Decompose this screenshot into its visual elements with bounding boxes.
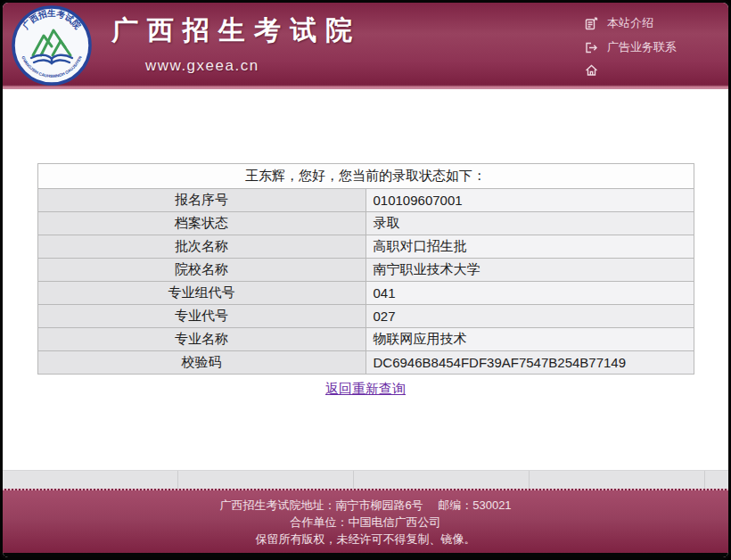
footer-address-line: 广西招生考试院地址：南宁市柳园路6号 邮编：530021 [3, 497, 728, 514]
row-value: 041 [366, 282, 694, 305]
header-menu: 本站介绍 广告业务联系 [585, 15, 677, 77]
table-row: 批次名称 高职对口招生批 [37, 235, 694, 259]
row-label: 报名序号 [37, 189, 366, 212]
row-label: 专业组代号 [37, 282, 366, 305]
site-header: 广西招生考试院 GVANGJSIH CAUHSWNGH GAUJSIYEN 广西… [3, 3, 728, 85]
table-row: 专业名称 物联网应用技术 [37, 328, 694, 351]
bottom-black-bar [3, 553, 728, 557]
row-value: 高职对口招生批 [366, 235, 694, 259]
menu-item-home[interactable] [585, 63, 677, 77]
table-row: 校验码 DC6946B8454FDF39AF7547B254B77149 [37, 351, 694, 375]
menu-item-label: 广告业务联系 [607, 39, 677, 55]
menu-item-site-intro[interactable]: 本站介绍 [585, 15, 677, 31]
row-value: 物联网应用技术 [366, 328, 694, 351]
back-link-wrap: 返回重新查询 [3, 381, 728, 398]
prefooter-gray-band [3, 470, 728, 489]
greeting-row: 王东辉，您好，您当前的录取状态如下： [37, 164, 694, 189]
row-label: 校验码 [37, 351, 366, 375]
home-icon [585, 63, 598, 77]
row-value: 录取 [366, 212, 694, 235]
table-row: 专业组代号 041 [37, 282, 694, 305]
row-value: 南宁职业技术大学 [366, 259, 694, 282]
greeting-text: 王东辉，您好，您当前的录取状态如下： [37, 164, 694, 189]
page-intro-icon [585, 17, 598, 30]
export-arrow-icon [585, 41, 598, 54]
admission-status-table: 王东辉，您好，您当前的录取状态如下： 报名序号 010109607001 档案状… [37, 163, 694, 375]
site-title-block: 广西招生考试院 www.gxeea.cn [111, 12, 361, 75]
footer-copyright-line: 保留所有版权，未经许可不得复制、镜像。 [3, 531, 728, 548]
footer-partner-line: 合作单位：中国电信广西公司 [3, 514, 728, 531]
site-logo-emblem[interactable]: 广西招生考试院 GVANGJSIH CAUHSWNGH GAUJSIYEN [12, 5, 92, 86]
table-row: 报名序号 010109607001 [37, 189, 694, 212]
table-row: 档案状态 录取 [37, 212, 694, 235]
row-label: 专业代号 [37, 305, 366, 328]
back-to-search-link[interactable]: 返回重新查询 [325, 381, 406, 396]
main-content: 王东辉，您好，您当前的录取状态如下： 报名序号 010109607001 档案状… [3, 89, 728, 470]
site-footer: 广西招生考试院地址：南宁市柳园路6号 邮编：530021 合作单位：中国电信广西… [3, 489, 728, 553]
table-row: 院校名称 南宁职业技术大学 [37, 259, 694, 282]
menu-item-label: 本站介绍 [607, 15, 653, 31]
row-value: DC6946B8454FDF39AF7547B254B77149 [366, 351, 694, 375]
row-value: 027 [366, 305, 694, 328]
table-row: 专业代号 027 [37, 305, 694, 328]
row-label: 专业名称 [37, 328, 366, 351]
row-label: 院校名称 [37, 259, 366, 282]
row-label: 档案状态 [37, 212, 366, 235]
row-value: 010109607001 [366, 189, 694, 212]
site-url: www.gxeea.cn [145, 57, 361, 75]
page-frame: 广西招生考试院 GVANGJSIH CAUHSWNGH GAUJSIYEN 广西… [0, 0, 731, 560]
menu-item-ad-contact[interactable]: 广告业务联系 [585, 39, 677, 55]
site-name: 广西招生考试院 [111, 12, 361, 49]
row-label: 批次名称 [37, 235, 366, 259]
